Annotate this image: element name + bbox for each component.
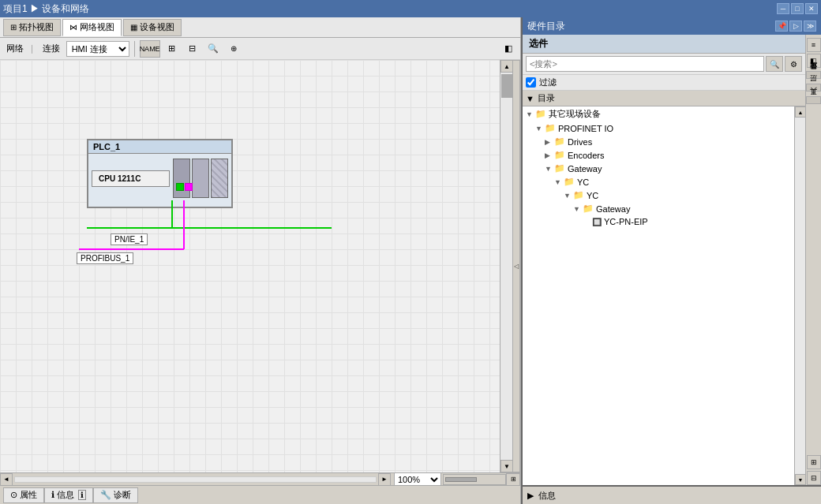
sidebar-tab-catalog[interactable]: 测量目录 bbox=[806, 71, 821, 79]
tree-item-gateway2[interactable]: ▼ 📁 Gateway bbox=[523, 202, 794, 215]
network-canvas: PLC_1 CPU 1211C bbox=[0, 60, 500, 472]
profibus-label: PROFIBUS_1 bbox=[77, 252, 133, 264]
folder-icon-gateway: 📁 bbox=[554, 163, 565, 174]
search-btn2[interactable]: ⚙ bbox=[785, 56, 802, 72]
sidebar-btn2[interactable]: ◧ bbox=[807, 54, 821, 68]
tree-area: ▼ 📁 其它现场设备 ▼ 📁 PROFINET IO bbox=[523, 106, 805, 485]
separator bbox=[134, 41, 135, 57]
grid-btn[interactable]: ⊞ bbox=[163, 40, 181, 58]
hmi-select[interactable]: HMI 连接 bbox=[66, 41, 129, 57]
folder-icon-profinetio: 📁 bbox=[545, 123, 556, 133]
filter-row: 过滤 bbox=[523, 75, 805, 91]
close-button[interactable]: ✕ bbox=[805, 3, 818, 14]
sidebar-btn4[interactable]: ⊟ bbox=[807, 471, 821, 485]
scroll-track bbox=[500, 73, 512, 460]
folder-icon-yc2: 📁 bbox=[573, 190, 584, 200]
zoom-slider[interactable] bbox=[443, 474, 506, 485]
zoom-select[interactable]: 100% bbox=[394, 472, 441, 487]
expand-arrow-gateway: ▼ bbox=[545, 165, 554, 173]
catalog-arrow-btn[interactable]: ▷ bbox=[789, 21, 802, 32]
network-label: 网络 bbox=[3, 43, 27, 54]
collapse-icon: ◁ bbox=[514, 263, 519, 270]
tab-network[interactable]: ⋈ 网络视图 bbox=[62, 19, 122, 36]
tree-container: ▼ 📁 其它现场设备 ▼ 📁 PROFINET IO bbox=[523, 106, 794, 485]
diagnostics-tab[interactable]: 🔧 诊断 bbox=[93, 487, 138, 503]
tree-item-yc-pn-eip[interactable]: ▶ 🔲 YC-PN-EIP bbox=[523, 215, 794, 228]
right-sidebar: ≡ ◧ 测量目录 层 工具 ⊞ ⊟ bbox=[805, 35, 821, 485]
scroll-left-btn[interactable]: ◄ bbox=[0, 473, 13, 486]
catalog-search-input[interactable] bbox=[526, 56, 764, 72]
filter-checkbox[interactable] bbox=[526, 77, 536, 88]
directory-header: ▼ 目录 bbox=[523, 91, 805, 106]
diagnostics-icon: 🔧 bbox=[100, 490, 111, 500]
collapse-handle[interactable]: ◁ bbox=[512, 60, 520, 472]
bottom-bar: ⊙ 属性 ℹ 信息 ℹ 🔧 诊断 bbox=[0, 485, 520, 504]
tree-item-drives[interactable]: ▶ 📁 Drives bbox=[523, 135, 794, 148]
network-icon: ⋈ bbox=[69, 23, 77, 32]
sidebar-tab-tools[interactable]: 工具 bbox=[806, 96, 821, 104]
zoom-area: 100% bbox=[394, 472, 506, 487]
tab-bar: ⊞ 拓扑视图 ⋈ 网络视图 ▦ 设备视图 bbox=[0, 17, 520, 38]
tree-item-other-field-devices[interactable]: ▼ 📁 其它现场设备 bbox=[523, 106, 794, 121]
expand-arrow-drives: ▶ bbox=[545, 138, 554, 146]
plc-cpu-name: CPU 1211C bbox=[99, 174, 163, 183]
properties-icon: ⊙ bbox=[10, 490, 17, 500]
directory-label: 目录 bbox=[538, 92, 555, 104]
tree-scrollbar[interactable]: ▲ ▼ bbox=[794, 106, 805, 485]
info-label: 信息 bbox=[538, 490, 556, 502]
h-scroll-track bbox=[14, 476, 377, 483]
expand-arrow-yc1: ▼ bbox=[554, 178, 564, 186]
directory-arrow[interactable]: ▼ bbox=[526, 94, 534, 103]
plc-module-2 bbox=[192, 159, 209, 198]
plc-block[interactable]: PLC_1 CPU 1211C bbox=[87, 139, 233, 208]
catalog-expand-btn[interactable]: ≫ bbox=[804, 21, 816, 32]
tree-item-gateway[interactable]: ▼ 📁 Gateway bbox=[523, 162, 794, 175]
vertical-scrollbar[interactable]: ▲ ▼ bbox=[500, 60, 512, 472]
snap-btn[interactable]: ⊞ bbox=[506, 473, 520, 486]
scroll-up-btn[interactable]: ▲ bbox=[500, 60, 513, 73]
plc-modules bbox=[173, 159, 228, 198]
minimize-button[interactable]: ─ bbox=[777, 3, 789, 14]
search-button[interactable]: 🔍 bbox=[766, 56, 783, 72]
name-btn[interactable]: NAME bbox=[140, 40, 160, 58]
maximize-button[interactable]: □ bbox=[791, 3, 804, 14]
tree-scroll-down[interactable]: ▼ bbox=[795, 474, 805, 485]
tree-scroll-up[interactable]: ▲ bbox=[795, 106, 805, 118]
sidebar-btn3[interactable]: ⊞ bbox=[807, 455, 821, 469]
tree-item-encoders[interactable]: ▶ 📁 Encoders bbox=[523, 148, 794, 162]
search-row: 🔍 ⚙ bbox=[523, 54, 805, 75]
scroll-right-btn[interactable]: ► bbox=[378, 473, 391, 486]
info-tab[interactable]: ℹ 信息 ℹ bbox=[44, 487, 93, 503]
scroll-down-btn[interactable]: ▼ bbox=[500, 460, 513, 472]
plc-cpu: CPU 1211C bbox=[92, 170, 170, 187]
zoom-btn[interactable]: 🔍 bbox=[204, 40, 222, 58]
toolbar-sep1: │ bbox=[30, 45, 35, 53]
collapse-right-btn[interactable]: ◧ bbox=[500, 40, 517, 58]
properties-tab[interactable]: ⊙ 属性 bbox=[3, 487, 44, 503]
catalog-info-bar: ▶ 信息 bbox=[523, 485, 821, 504]
layout-btn[interactable]: ⊟ bbox=[184, 40, 201, 58]
horizontal-scrollbar[interactable]: ◄ ► 100% ⊞ bbox=[0, 472, 520, 485]
folder-icon: 📁 bbox=[535, 109, 546, 119]
tree-item-yc1[interactable]: ▼ 📁 YC bbox=[523, 175, 794, 189]
tree-item-yc2[interactable]: ▼ 📁 YC bbox=[523, 189, 794, 202]
device-icon-yc-pn-eip: 🔲 bbox=[592, 218, 602, 226]
pnie-label: PN/IE_1 bbox=[111, 233, 148, 245]
catalog-pin-btn[interactable]: 📌 bbox=[775, 21, 788, 32]
catalog-title-bar: 硬件目录 📌 ▷ ≫ bbox=[523, 17, 821, 35]
catalog-main: 选件 🔍 ⚙ 过滤 ▼ bbox=[523, 35, 805, 485]
sidebar-tab-layers[interactable]: 层 bbox=[806, 84, 821, 91]
topology-icon: ⊞ bbox=[10, 23, 17, 32]
tree-item-profinetio[interactable]: ▼ 📁 PROFINET IO bbox=[523, 121, 794, 135]
tab-topology[interactable]: ⊞ 拓扑视图 bbox=[3, 19, 61, 36]
info-badge: ℹ bbox=[78, 490, 86, 500]
tab-device[interactable]: ▦ 设备视图 bbox=[123, 19, 182, 36]
device-icon: ▦ bbox=[130, 23, 137, 32]
expand-arrow: ▼ bbox=[526, 110, 535, 118]
filter-label: 过滤 bbox=[539, 77, 557, 88]
zoom-fit-btn[interactable]: ⊕ bbox=[225, 40, 242, 58]
green-connector-dot bbox=[176, 183, 184, 191]
info-arrow: ▶ bbox=[527, 491, 534, 501]
sidebar-btn1[interactable]: ≡ bbox=[807, 38, 821, 52]
scroll-thumb[interactable] bbox=[501, 74, 512, 98]
